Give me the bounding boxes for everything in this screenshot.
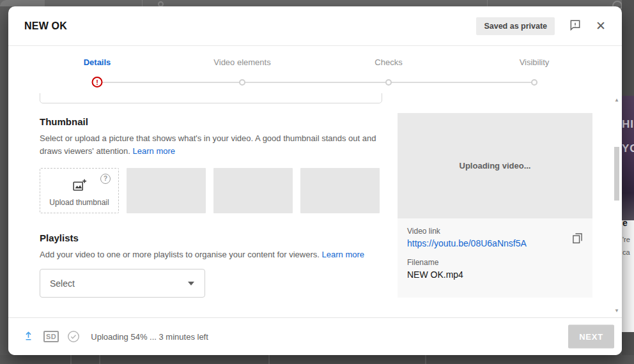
- background-text-fragment: 're: [622, 236, 630, 243]
- video-info-panel: Video link https://youtu.be/08U6aNnsf5A …: [398, 218, 592, 298]
- tab-details[interactable]: Details: [84, 57, 111, 67]
- playlists-description-text: Add your video to one or more playlists …: [40, 250, 320, 259]
- video-preview-panel: Uploading video...: [398, 113, 592, 218]
- playlists-select-dropdown[interactable]: Select: [40, 269, 205, 298]
- scroll-up-icon[interactable]: ▲: [612, 97, 621, 103]
- upload-stepper: Details Video elements Checks Visibility…: [8, 46, 622, 93]
- step-label: Checks: [375, 57, 402, 67]
- background-divider: [142, 0, 143, 6]
- background-page-edge: HIS YO e 're ca: [622, 0, 634, 364]
- next-button[interactable]: NEXT: [568, 325, 614, 349]
- thumbnail-options: ? Upload thumbnail: [40, 168, 398, 213]
- send-feedback-button[interactable]: [569, 19, 582, 33]
- background-divider: [487, 0, 488, 6]
- close-icon: ✕: [596, 20, 606, 32]
- step-label: Details: [84, 57, 111, 67]
- upload-video-dialog: NEW OK Saved as private ✕ Details: [8, 6, 622, 355]
- scroll-down-icon[interactable]: ▼: [612, 308, 621, 314]
- step-dot-visibility: [531, 79, 537, 86]
- thumbnail-learn-more-link[interactable]: Learn more: [133, 146, 175, 156]
- chevron-down-icon: [188, 282, 194, 285]
- auto-thumbnail-option-1[interactable]: [127, 168, 206, 213]
- background-thumbnail-text: YO: [622, 137, 634, 161]
- close-button[interactable]: ✕: [596, 20, 606, 32]
- thumbnail-heading: Thumbnail: [40, 116, 398, 127]
- background-text-fragment: e: [622, 220, 628, 228]
- playlists-heading: Playlists: [40, 232, 398, 243]
- step-label: Video elements: [213, 57, 270, 67]
- video-status-card: Uploading video... Video link https://yo…: [398, 113, 592, 298]
- auto-thumbnail-option-3[interactable]: [300, 168, 380, 213]
- step-dot-checks: [385, 79, 392, 86]
- playlists-select-value: Select: [50, 278, 75, 289]
- dialog-header: NEW OK Saved as private ✕: [8, 6, 622, 46]
- thumbnail-description-text: Select or upload a picture that shows wh…: [40, 133, 376, 156]
- thumbnail-description: Select or upload a picture that shows wh…: [40, 132, 392, 158]
- background-column-line: [425, 355, 426, 364]
- step-dot-video-elements: [239, 79, 245, 86]
- tab-visibility[interactable]: Visibility: [520, 57, 550, 67]
- tab-checks[interactable]: Checks: [375, 57, 402, 67]
- background-page-content: e 're ca: [622, 220, 634, 332]
- background-thumbnail-text: HIS: [622, 112, 634, 137]
- tab-video-elements[interactable]: Video elements: [213, 57, 270, 67]
- thumbnail-help-icon[interactable]: ?: [100, 174, 111, 184]
- auto-thumbnail-option-2[interactable]: [213, 168, 293, 213]
- dialog-content: Thumbnail Select or upload a picture tha…: [8, 93, 622, 317]
- dialog-footer: SD Uploading 54% ... 3 minutes left NEXT: [8, 317, 622, 355]
- dialog-title: NEW OK: [24, 20, 67, 32]
- background-table: [0, 355, 634, 364]
- background-column-line: [99, 355, 100, 364]
- stepper-track: [97, 82, 534, 83]
- details-error-icon: !: [92, 77, 103, 87]
- background-column-line: [268, 355, 270, 364]
- background-text-fragment: ca: [622, 248, 630, 256]
- background-column-line: [70, 355, 72, 364]
- processing-check-icon: [66, 330, 81, 344]
- image-add-icon: [72, 178, 88, 196]
- background-topbar: [0, 0, 634, 6]
- playlists-description: Add your video to one or more playlists …: [40, 248, 392, 261]
- content-scrollbar[interactable]: ▲ ▼: [612, 93, 621, 317]
- upload-thumbnail-button[interactable]: ? Upload thumbnail: [40, 168, 119, 213]
- background-topbar-corner: [0, 0, 45, 6]
- upload-progress-icon: [22, 330, 35, 344]
- copy-link-button[interactable]: [571, 231, 584, 246]
- video-link[interactable]: https://youtu.be/08U6aNnsf5A: [407, 238, 583, 248]
- scrollbar-thumb[interactable]: [614, 147, 619, 201]
- status-badge: Saved as private: [476, 17, 555, 35]
- filename-value: NEW OK.mp4: [407, 269, 583, 280]
- upload-thumbnail-label: Upload thumbnail: [40, 198, 118, 207]
- upload-status-text: Uploading 54% ... 3 minutes left: [91, 332, 208, 342]
- video-link-label: Video link: [407, 227, 583, 236]
- sd-quality-badge: SD: [43, 331, 59, 342]
- feedback-icon: [569, 19, 582, 33]
- playlists-learn-more-link[interactable]: Learn more: [322, 250, 364, 259]
- step-label: Visibility: [520, 57, 550, 67]
- copy-icon: [571, 231, 584, 246]
- background-video-thumbnail: HIS YO: [622, 96, 634, 220]
- filename-label: Filename: [407, 258, 583, 267]
- uploading-video-text: Uploading video...: [460, 161, 531, 171]
